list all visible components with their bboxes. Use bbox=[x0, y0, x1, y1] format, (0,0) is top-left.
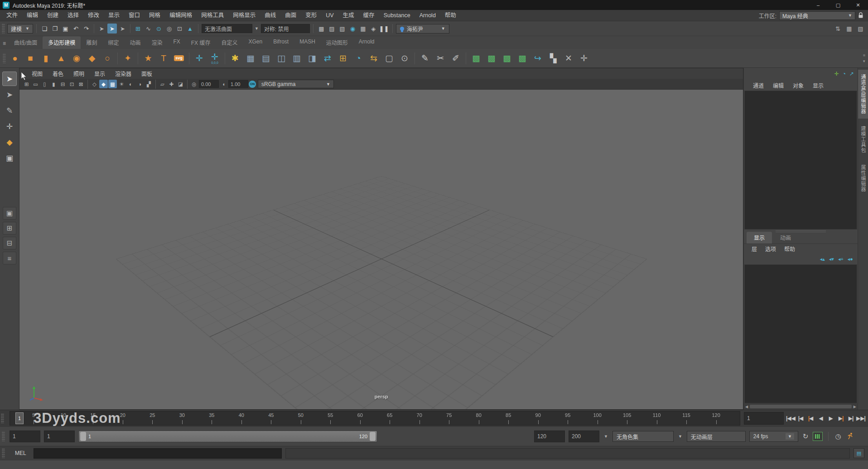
display-render-view-icon[interactable]: ◉ bbox=[348, 24, 357, 34]
menu-uv[interactable]: UV bbox=[321, 10, 338, 21]
new-scene-icon[interactable]: ❏ bbox=[40, 24, 49, 34]
type-tool-icon[interactable]: T bbox=[156, 51, 171, 66]
curve-warp-icon[interactable]: ★ bbox=[141, 51, 155, 66]
loop-playback-icon[interactable]: ↻ bbox=[802, 432, 810, 440]
viewport-3d-view[interactable]: persp bbox=[19, 90, 743, 409]
shelf-overflow-icon[interactable]: ≡ bbox=[863, 53, 865, 57]
scrollbar-thumb[interactable] bbox=[750, 405, 852, 408]
slide-edge-icon[interactable]: ✐ bbox=[448, 51, 463, 66]
snap-projected-center-icon[interactable]: ◎ bbox=[164, 24, 174, 34]
repair-tools-icon[interactable]: ✛ bbox=[577, 51, 591, 66]
menu-windows[interactable]: 窗口 bbox=[124, 10, 145, 21]
menu-select[interactable]: 选择 bbox=[63, 10, 83, 21]
menu-mesh-tools[interactable]: 网格工具 bbox=[197, 10, 228, 21]
command-input[interactable] bbox=[34, 448, 282, 459]
move-layer-down-icon[interactable]: ◂▾ bbox=[829, 256, 834, 262]
active-surface-field[interactable]: 无激活曲面 bbox=[202, 24, 252, 33]
minimize-button[interactable]: – bbox=[808, 0, 828, 10]
timeline-tick[interactable]: 120 bbox=[716, 412, 717, 425]
lock-icon[interactable] bbox=[858, 12, 863, 19]
snap-view-plane-icon[interactable]: ⊡ bbox=[175, 24, 184, 34]
animation-prefs-clock-icon[interactable]: ◷ bbox=[834, 432, 842, 440]
bookmark-icon[interactable]: ▧ bbox=[856, 24, 865, 34]
exposure-icon[interactable]: ◎ bbox=[190, 80, 198, 88]
menu-display[interactable]: 显示 bbox=[104, 10, 124, 21]
shelf-tab-fx-caching[interactable]: FX 缓存 bbox=[186, 36, 216, 49]
playback-end-field[interactable]: 120 bbox=[534, 431, 565, 442]
select-component-icon[interactable]: ➤ bbox=[118, 24, 127, 34]
auto-key-film-icon[interactable] bbox=[813, 432, 823, 441]
shelf-tab-bifrost[interactable]: Bifrost bbox=[268, 36, 294, 49]
character-set-combo[interactable]: 无角色集 bbox=[612, 431, 674, 442]
ambient-occlusion-icon[interactable]: ◑ bbox=[135, 80, 144, 88]
gamma-field[interactable]: 1.00 bbox=[228, 80, 248, 88]
timeline-tick[interactable]: 60 bbox=[360, 412, 361, 425]
poly-cylinder-icon[interactable]: ▮ bbox=[39, 51, 53, 66]
smooth-mesh-icon[interactable]: ✱ bbox=[228, 51, 242, 66]
timeline-tick[interactable]: 115 bbox=[686, 412, 687, 425]
chevron-down-icon[interactable]: ▼ bbox=[603, 434, 609, 439]
show-transform-icon[interactable]: ✛ bbox=[834, 71, 839, 77]
timeline-tick[interactable]: 5 bbox=[34, 412, 34, 425]
timeline-tick[interactable]: 85 bbox=[508, 412, 509, 425]
range-start-handle[interactable] bbox=[80, 432, 86, 441]
xray-icon[interactable]: ▱ bbox=[158, 80, 167, 88]
view-transform-combo[interactable]: sRGB gamma▼ bbox=[258, 80, 334, 88]
new-empty-layer-icon[interactable]: ◂+ bbox=[838, 256, 844, 262]
graph-icon[interactable]: ↗ bbox=[849, 71, 854, 77]
shelf-menu-icon[interactable]: ≡ bbox=[2, 40, 9, 49]
script-editor-icon[interactable]: ▤ bbox=[854, 448, 864, 458]
poly-cube-icon[interactable]: ■ bbox=[23, 51, 38, 66]
save-scene-icon[interactable]: ▣ bbox=[61, 24, 70, 34]
poly-torus-icon[interactable]: ◉ bbox=[69, 51, 84, 66]
shelf-tab-xgen[interactable]: XGen bbox=[243, 36, 268, 49]
textured-icon[interactable]: ▩ bbox=[108, 80, 117, 88]
layer-list-empty-area[interactable] bbox=[744, 264, 857, 403]
rotate-tool[interactable]: ◆ bbox=[2, 135, 17, 149]
shelf-tab-curves-surfaces[interactable]: 曲线/曲面 bbox=[9, 36, 43, 49]
shelf-tab-sculpting[interactable]: 雕刻 bbox=[81, 36, 102, 49]
menu-modify[interactable]: 修改 bbox=[83, 10, 104, 21]
timeline-tick[interactable]: 35 bbox=[212, 412, 212, 425]
timeline-tick[interactable]: 50 bbox=[301, 412, 301, 425]
fps-combo[interactable]: 24 fps▼ bbox=[749, 431, 798, 442]
redo-icon[interactable]: ↷ bbox=[82, 24, 91, 34]
shelf-tab-animation[interactable]: 动画 bbox=[124, 36, 146, 49]
curve-flow-icon[interactable]: ↪ bbox=[530, 51, 545, 66]
channel-menu-channels[interactable]: 通道 bbox=[748, 81, 768, 89]
make-live-icon[interactable]: ▲ bbox=[185, 24, 195, 34]
shelf-scroll-icon[interactable]: ▾ bbox=[863, 59, 865, 63]
go-to-playback-start-button[interactable]: |◀◀ bbox=[786, 413, 796, 424]
chevron-down-icon[interactable]: ▼ bbox=[254, 26, 260, 31]
channel-menu-object[interactable]: 对象 bbox=[788, 81, 808, 89]
target-weld-icon[interactable]: ⊙ bbox=[397, 51, 412, 66]
timeline-tick[interactable]: 80 bbox=[479, 412, 479, 425]
color-management-toggle[interactable]: ON bbox=[249, 81, 256, 88]
shelf-tab-motion-graphics[interactable]: 运动图形 bbox=[321, 36, 353, 49]
game-exporter-icon[interactable]: ▩ bbox=[469, 51, 483, 66]
mirror-icon[interactable]: ⇄ bbox=[320, 51, 335, 66]
shelf-tab-rendering[interactable]: 渲染 bbox=[146, 36, 168, 49]
unsmooth-mesh-icon[interactable]: ▤ bbox=[259, 51, 273, 66]
shelf-tab-rigging[interactable]: 绑定 bbox=[102, 36, 124, 49]
menu-generate[interactable]: 生成 bbox=[338, 10, 359, 21]
smooth-shade-icon[interactable]: ◆ bbox=[99, 80, 108, 88]
paint-select-tool[interactable]: ✎ bbox=[2, 103, 17, 118]
menu-file[interactable]: 文件 bbox=[2, 10, 22, 21]
poly-sphere-icon[interactable]: ● bbox=[8, 51, 22, 66]
current-frame-field[interactable]: 1 bbox=[744, 412, 784, 425]
step-forward-frame-button[interactable]: ▶| bbox=[846, 413, 855, 424]
menu-edit-mesh[interactable]: 编辑网格 bbox=[165, 10, 197, 21]
light-editor-icon[interactable]: ▦ bbox=[358, 24, 368, 34]
time-ruler[interactable]: 5101520253035404550556065707580859095100… bbox=[10, 411, 740, 426]
outliner-sort-icon[interactable]: ⇅ bbox=[833, 24, 843, 34]
snap-grid-icon[interactable]: ⊞ bbox=[133, 24, 143, 34]
crossed-tools-icon[interactable]: ✕ bbox=[561, 51, 576, 66]
layer-menu-layers[interactable]: 层 bbox=[747, 245, 761, 253]
panel-menu-view[interactable]: 视图 bbox=[27, 70, 48, 77]
menu-edit[interactable]: 编辑 bbox=[22, 10, 43, 21]
step-back-frame-button[interactable]: |◀ bbox=[796, 413, 805, 424]
timeline-tick[interactable]: 55 bbox=[330, 412, 331, 425]
timeline-tick[interactable]: 40 bbox=[241, 412, 242, 425]
lasso-select-tool[interactable]: ➤ bbox=[2, 87, 17, 102]
